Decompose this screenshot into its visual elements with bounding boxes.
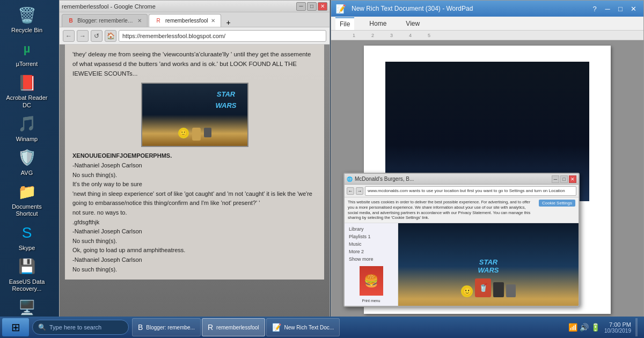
winamp-image: 🎵: [16, 113, 38, 135]
avg-label: AVG: [21, 170, 33, 177]
wordpad-close-button[interactable]: ✕: [627, 3, 639, 14]
maximize-button[interactable]: □: [307, 2, 317, 11]
search-placeholder: Type here to search: [49, 324, 101, 330]
ruler-mark-5: 5: [428, 33, 430, 38]
ruler-mark-4: 4: [409, 33, 412, 38]
forward-button[interactable]: →: [77, 30, 89, 42]
ribbon-tab-view[interactable]: View: [401, 18, 424, 30]
sb-address-bar[interactable]: www.mcdonalds.com wants to use your loca…: [365, 186, 576, 196]
search-icon: 🔍: [38, 324, 46, 331]
easeus-image: 💾: [16, 256, 38, 277]
ribbon-tab-home[interactable]: Home: [365, 18, 391, 30]
close-button[interactable]: ✕: [318, 2, 327, 11]
wordpad-minimize-button[interactable]: ─: [602, 3, 613, 14]
tab-blog[interactable]: R rememberlessfool ✕: [149, 14, 221, 27]
minimize-button[interactable]: ─: [296, 2, 306, 11]
tab-blog-close[interactable]: ✕: [211, 18, 215, 24]
sb-sidebar-music[interactable]: Music: [347, 240, 396, 248]
utorrent-icon[interactable]: µ µTorrent: [0, 36, 54, 70]
blogger-app-icon: B: [138, 323, 143, 332]
desktop-icons: 🗑️ Recycle Bin µ µTorrent 📕 Acrobat Read…: [0, 0, 59, 338]
tray-volume-icon[interactable]: 🔊: [580, 323, 589, 332]
sb-back[interactable]: ←: [347, 187, 354, 195]
utorrent-label: µTorrent: [16, 61, 38, 68]
star-wars-logo: STARWARS: [216, 89, 237, 111]
wordpad-window-controls: ? ─ □ ✕: [589, 3, 639, 14]
tray-battery-icon[interactable]: 🔋: [591, 323, 600, 332]
sb-forward[interactable]: →: [356, 187, 363, 195]
utorrent-image: µ: [16, 38, 38, 60]
wordpad-ruler: 1 2 3 4 5: [331, 31, 643, 40]
browser-navbar: ← → ↺ 🏠 https://rememberlessfool.blogspo…: [60, 27, 330, 45]
sb-mcdonalds-toys: 🙂 🥤: [461, 278, 516, 297]
sb-close[interactable]: ✕: [569, 175, 576, 183]
avg-icon[interactable]: 🛡️ AVG: [0, 145, 54, 179]
sb-sidebar-playlists[interactable]: Playlists 1: [347, 233, 396, 240]
tab-blogger-label: Blogger: rememberlessfo...: [77, 18, 134, 24]
blog-screenshot: STARWARS 🙂: [141, 83, 248, 147]
sb-minimize[interactable]: ─: [552, 175, 559, 183]
wordpad-app-label: New Rich Text Doc...: [284, 325, 334, 330]
back-button[interactable]: ←: [63, 30, 75, 42]
cookie-settings-button[interactable]: Cookie Settings: [539, 200, 575, 207]
wordpad-app-icon: 📝: [335, 4, 346, 14]
winamp-label: Winamp: [16, 136, 38, 143]
sb-sidebar-library[interactable]: Library: [347, 225, 396, 233]
tab-blogger-close[interactable]: ✕: [137, 18, 142, 24]
browser-content: 'they' deleay me from seeing the 'viewco…: [60, 45, 330, 332]
home-button[interactable]: 🏠: [105, 30, 116, 42]
tray-clock[interactable]: 7:00 PM 10/30/2019: [604, 321, 631, 334]
cookie-notice: This website uses cookies in order to de…: [345, 197, 579, 223]
tray-date: 10/30/2019: [604, 328, 631, 334]
sb-main-content: STARWARS 🙂 🥤 www.mcdonalds.com wants to …: [398, 223, 579, 307]
taskbar-app-blogger[interactable]: B Blogger: remembe...: [132, 318, 201, 336]
taskbar-apps: B Blogger: remembe... R rememberlessfool…: [132, 318, 340, 336]
recycle-bin-image: 🗑️: [16, 4, 38, 26]
second-browser-titlebar: 🌐 McDonald's Burgers, B... ─ □ ✕: [345, 174, 579, 185]
second-browser-window: 🌐 McDonald's Burgers, B... ─ □ ✕ ← → www…: [343, 173, 580, 307]
wordpad-ribbon: File Home View: [331, 17, 643, 31]
wordpad-maximize-button[interactable]: □: [614, 3, 626, 14]
sb-sidebar-more[interactable]: More 2: [347, 248, 396, 255]
blog-text-1: 'they' deleay me from seeing the 'viewco…: [72, 50, 317, 78]
documents-icon[interactable]: 📁 Documents Shortcut: [0, 179, 54, 219]
taskbar-app-blog[interactable]: R rememberlessfool: [202, 318, 265, 336]
reload-button[interactable]: ↺: [91, 30, 103, 42]
taskbar-app-wordpad[interactable]: 📝 New Rich Text Doc...: [266, 318, 340, 336]
skype-icon[interactable]: S Skype: [0, 220, 54, 254]
address-text: https://rememberlessfool.blogspot.com/: [122, 33, 225, 39]
wordpad-app-icon: 📝: [272, 323, 281, 332]
easeus-icon[interactable]: 💾 EaseUS Data Recovery...: [0, 254, 54, 295]
wordpad-title: New Rich Text Document (304) - WordPad: [352, 5, 586, 12]
tab-blog-label: rememberlessfool: [165, 18, 208, 24]
tray-time: 7:00 PM: [604, 321, 631, 328]
sb-print-menu[interactable]: Print menu: [347, 299, 396, 303]
second-browser-controls: ─ □ ✕: [552, 175, 576, 183]
tray-network-icon[interactable]: 📶: [568, 323, 577, 332]
blog-app-label: rememberlessfool: [216, 325, 259, 330]
ruler-mark-1: 1: [353, 33, 355, 38]
sb-product-image: 🍔: [360, 266, 383, 296]
wordpad-titlebar: 📝 New Rich Text Document (304) - WordPad…: [331, 1, 643, 17]
recycle-bin-icon[interactable]: 🗑️ Recycle Bin: [0, 2, 54, 36]
winamp-icon[interactable]: 🎵 Winamp: [0, 111, 54, 145]
browser-tabs: B Blogger: rememberlessfo... ✕ R remembe…: [60, 12, 330, 27]
address-bar[interactable]: https://rememberlessfool.blogspot.com/: [119, 30, 326, 42]
taskbar-search[interactable]: 🔍 Type here to search: [32, 320, 129, 335]
mcdonalds-toys: 🙂: [178, 128, 211, 141]
tab-blogger-favicon: B: [68, 17, 74, 25]
acrobat-icon[interactable]: 📕 Acrobat Reader DC: [0, 70, 54, 111]
start-button[interactable]: ⊞: [2, 318, 29, 336]
new-tab-button[interactable]: +: [223, 18, 233, 27]
show-desktop-button[interactable]: [635, 318, 638, 336]
second-browser-navbar: ← → www.mcdonalds.com wants to use your …: [345, 185, 579, 197]
wordpad-help-button[interactable]: ?: [589, 3, 601, 14]
ribbon-tab-file[interactable]: File: [335, 17, 354, 30]
ruler-mark-2: 2: [371, 33, 374, 38]
blogger-app-label: Blogger: remembe...: [146, 325, 195, 330]
browser-window: rememberlessfool - Google Chrome ─ □ ✕ B…: [59, 0, 330, 333]
sb-maximize[interactable]: □: [560, 175, 568, 183]
acrobat-image: 📕: [16, 72, 38, 93]
tab-blogger[interactable]: B Blogger: rememberlessfo... ✕: [62, 14, 148, 27]
sb-sidebar-show-more[interactable]: Show more: [347, 255, 396, 263]
